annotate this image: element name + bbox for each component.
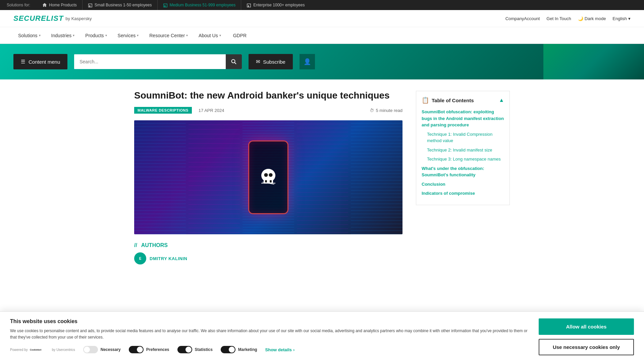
- enterprise-icon: [247, 3, 251, 7]
- toc-icon: 📋: [422, 97, 429, 104]
- home-icon: [42, 3, 47, 7]
- toc-item-technique3[interactable]: Technique 3: Long namespace names: [422, 156, 504, 163]
- svg-point-13: [269, 173, 272, 177]
- menu-icon: ☰: [21, 59, 25, 65]
- top-bar-links: Home Products Small Business 1-50 employ…: [37, 0, 310, 10]
- toc-title: 📋 Table of Contents: [422, 97, 474, 104]
- avatar: E: [134, 252, 146, 264]
- top-bar: Solutions for: Home Products Small Busin…: [0, 0, 644, 10]
- toc-item-indicators[interactable]: Indicators of compromise: [422, 190, 504, 197]
- article-tag: MALWARE DESCRIPTIONS: [134, 107, 192, 114]
- toc-item-technique1[interactable]: Technique 1: Invalid Compression method …: [422, 131, 504, 144]
- chevron-down-icon: ▾: [73, 34, 74, 37]
- company-account-link[interactable]: CompanyAccount: [505, 16, 540, 21]
- authors-section: // AUTHORS E DMITRY KALININ: [134, 242, 402, 264]
- search-button[interactable]: [226, 54, 242, 69]
- timer-icon: ⏱: [370, 108, 374, 113]
- svg-rect-11: [270, 180, 272, 183]
- hero-bar: ☰ Content menu ✉ Subscribe 👤: [0, 44, 644, 79]
- nav-gdpr[interactable]: GDPR: [228, 27, 251, 44]
- toc-item-conclusion[interactable]: Conclusion: [422, 181, 504, 188]
- chevron-down-icon: ▾: [219, 34, 221, 37]
- svg-point-6: [232, 60, 235, 63]
- chevron-down-icon: ▾: [186, 34, 188, 37]
- nav-products[interactable]: Products ▾: [80, 27, 111, 44]
- moon-icon: 🌙: [578, 16, 583, 21]
- toc-item-functionality[interactable]: What's under the obfuscation: SoumniBot'…: [422, 165, 504, 178]
- building-icon: [88, 3, 93, 7]
- article-hero-image: [134, 120, 402, 234]
- chevron-down-icon: ▾: [105, 34, 107, 37]
- article-meta: MALWARE DESCRIPTIONS 17 APR 2024 ⏱ 5 min…: [134, 107, 402, 114]
- language-selector[interactable]: English ▾: [612, 16, 631, 21]
- svg-rect-5: [248, 5, 249, 7]
- nav-solutions[interactable]: Solutions ▾: [13, 27, 45, 44]
- nav-resource-center[interactable]: Resource Center ▾: [145, 27, 193, 44]
- article-read-time: ⏱ 5 minute read: [370, 108, 403, 113]
- article-phone-illustration: [248, 140, 288, 214]
- search-bar: [74, 54, 242, 69]
- toc-item-obfuscation[interactable]: SoumniBot obfuscation: exploiting bugs i…: [422, 109, 504, 128]
- svg-rect-3: [164, 5, 165, 7]
- subscribe-button[interactable]: ✉ Subscribe: [249, 54, 293, 69]
- user-icon: 👤: [304, 58, 311, 65]
- article-date: 17 APR 2024: [199, 108, 224, 113]
- sidebar: 📋 Table of Contents ▲ SoumniBot obfuscat…: [416, 89, 510, 264]
- article-area: SoumniBot: the new Android banker's uniq…: [134, 89, 402, 264]
- main-content: SoumniBot: the new Android banker's uniq…: [121, 79, 523, 275]
- chevron-down-icon: ▾: [628, 16, 631, 21]
- toc-collapse-button[interactable]: ▲: [499, 97, 504, 103]
- top-bar-small-biz[interactable]: Small Business 1-50 employees: [82, 0, 157, 10]
- authors-title: // AUTHORS: [134, 242, 402, 248]
- logo[interactable]: SECURELIST by Kaspersky: [13, 14, 92, 23]
- nav-about-us[interactable]: About Us ▾: [194, 27, 226, 44]
- top-bar-home[interactable]: Home Products: [37, 0, 82, 10]
- chevron-down-icon: ▾: [137, 34, 139, 37]
- author-name[interactable]: DMITRY KALININ: [150, 256, 187, 261]
- skull-icon: [257, 166, 280, 189]
- chevron-down-icon: ▾: [39, 34, 41, 37]
- svg-point-12: [264, 173, 268, 177]
- logo-sub: by Kaspersky: [65, 16, 92, 21]
- medium-building-icon: [163, 3, 168, 7]
- search-icon: [231, 59, 236, 64]
- main-nav: Solutions ▾ Industries ▾ Products ▾ Serv…: [0, 27, 644, 44]
- svg-rect-10: [265, 180, 267, 183]
- user-account-button[interactable]: 👤: [300, 54, 315, 69]
- solutions-label: Solutions for:: [7, 3, 30, 7]
- author-item: E DMITRY KALININ: [134, 252, 402, 264]
- header-right: CompanyAccount Get In Touch 🌙 Dark mode …: [505, 16, 631, 21]
- nav-services[interactable]: Services ▾: [113, 27, 144, 44]
- header: SECURELIST by Kaspersky CompanyAccount G…: [0, 10, 644, 27]
- dark-mode-toggle[interactable]: 🌙 Dark mode: [578, 16, 606, 21]
- table-of-contents: 📋 Table of Contents ▲ SoumniBot obfuscat…: [416, 91, 510, 205]
- toc-header: 📋 Table of Contents ▲: [422, 97, 504, 104]
- article-title: SoumniBot: the new Android banker's uniq…: [134, 89, 402, 102]
- get-in-touch-link[interactable]: Get In Touch: [546, 16, 571, 21]
- search-input[interactable]: [74, 54, 226, 69]
- svg-line-7: [235, 63, 236, 64]
- top-bar-enterprise[interactable]: Enterprise 1000+ employees: [241, 0, 310, 10]
- content-menu-button[interactable]: ☰ Content menu: [13, 54, 67, 69]
- top-bar-medium-biz[interactable]: Medium Business 51-999 employees: [157, 0, 241, 10]
- nav-industries[interactable]: Industries ▾: [47, 27, 79, 44]
- toc-item-technique2[interactable]: Technique 2: Invalid manifest size: [422, 147, 504, 154]
- logo-text: SECURELIST: [13, 14, 63, 23]
- svg-rect-1: [89, 5, 90, 7]
- email-icon: ✉: [256, 59, 260, 65]
